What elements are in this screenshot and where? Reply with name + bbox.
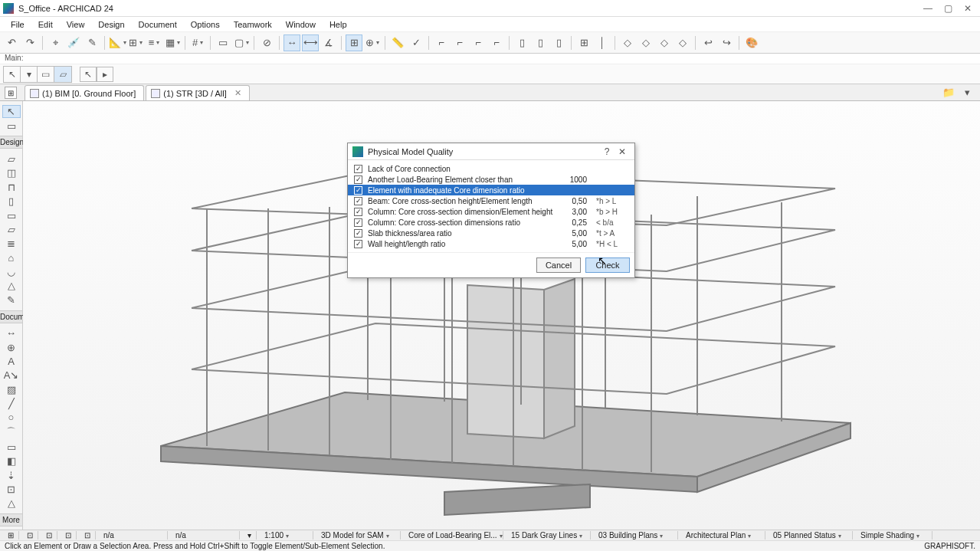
rule-row[interactable]: ✓ Column: Core cross-section dimension/E… — [348, 206, 634, 217]
navigator-button[interactable]: 📁 — [940, 84, 957, 100]
rule-checkbox[interactable]: ✓ — [354, 240, 362, 248]
text-tool[interactable]: A — [2, 355, 21, 367]
rule-checkbox[interactable]: ✓ — [354, 165, 362, 173]
skylight-tool[interactable]: △ — [2, 280, 21, 292]
sel-poly-button[interactable]: ▱ — [54, 67, 71, 82]
ruler-button[interactable]: 📐 — [109, 34, 126, 51]
menu-design[interactable]: Design — [92, 18, 130, 31]
dialog-title-bar[interactable]: Physical Model Quality ? ✕ — [348, 143, 634, 160]
rule-checkbox[interactable]: ✓ — [354, 197, 362, 205]
cursor-mode-button[interactable]: ↖ — [80, 67, 97, 82]
redo-button[interactable]: ↷ — [21, 34, 38, 51]
corner4-button[interactable]: ⌐ — [488, 34, 505, 51]
rule-checkbox[interactable]: ✓ — [354, 208, 362, 216]
guides-button[interactable]: ≡ — [146, 34, 162, 51]
polyline-tool[interactable]: ⌒ — [2, 425, 21, 439]
tab-3d[interactable]: (1) STR [3D / All] ✕ — [146, 85, 250, 100]
navigator-dd-button[interactable]: ▾ — [959, 84, 975, 100]
qo-shade[interactable]: Simple Shading — [856, 531, 932, 540]
qo-planned[interactable]: 05 Planned Status — [769, 531, 853, 540]
qo-icon2[interactable]: ⊡ — [22, 531, 38, 540]
maximize-button[interactable]: ▢ — [939, 2, 957, 15]
corner3-button[interactable]: ⌐ — [470, 34, 487, 51]
section-tool[interactable]: ◧ — [2, 455, 21, 467]
marquee-tool[interactable]: ▭ — [2, 120, 21, 132]
stair-tool[interactable]: ≣ — [2, 238, 21, 250]
sel-rect-button[interactable]: ▭ — [38, 67, 54, 82]
align2-button[interactable]: ▯ — [532, 34, 549, 51]
qo-dd1[interactable]: ▾ — [243, 531, 257, 540]
roof-tool[interactable]: ⌂ — [2, 251, 21, 264]
dim2-button[interactable]: ⟷ — [302, 34, 319, 51]
arrow-tool[interactable]: ↖ — [2, 105, 21, 118]
level-tool[interactable]: ⊕ — [2, 341, 21, 353]
measure-button[interactable]: 📏 — [389, 34, 406, 51]
menu-window[interactable]: Window — [280, 18, 322, 31]
dialog-close-button[interactable]: ✕ — [615, 146, 630, 157]
rule-row[interactable]: ✓ Column: Core cross-section dimensions … — [348, 217, 634, 228]
align3-button[interactable]: ▯ — [550, 34, 567, 51]
column-tool[interactable]: ▯ — [2, 195, 21, 208]
qo-arch[interactable]: Architectural Plan — [681, 531, 765, 540]
snap-button[interactable]: ⊞ — [127, 34, 144, 51]
box-button[interactable]: ⊞ — [346, 34, 362, 51]
op1-button[interactable]: ◇ — [619, 34, 636, 51]
shell-tool[interactable]: ◡ — [2, 265, 21, 277]
grid-toggle-button[interactable]: # — [189, 34, 206, 51]
cursor-dd-button[interactable]: ▸ — [97, 67, 113, 82]
dimension-tool[interactable]: ↔ — [2, 327, 21, 339]
qo-plans[interactable]: 03 Building Plans — [594, 531, 678, 540]
qo-icon3[interactable]: ⊡ — [41, 531, 57, 540]
rule-row[interactable]: ✓ Lack of Core connection — [348, 163, 634, 174]
menu-document[interactable]: Document — [133, 18, 183, 31]
qo-scale[interactable]: 1:100 — [260, 531, 313, 540]
angle-button[interactable]: ∡ — [320, 34, 337, 51]
inject-button[interactable]: 💉 — [65, 34, 82, 51]
cancel-button[interactable]: Cancel — [536, 257, 581, 273]
wall-tool[interactable]: ▱ — [2, 153, 21, 165]
highlight-button[interactable]: ✎ — [84, 34, 100, 51]
check-button[interactable]: ✓ — [408, 34, 424, 51]
corner1-button[interactable]: ⌐ — [433, 34, 450, 51]
op2-button[interactable]: ◇ — [637, 34, 654, 51]
tab-close-icon[interactable]: ✕ — [234, 88, 241, 98]
pick-button[interactable]: ⌖ — [47, 34, 64, 51]
fill-tool[interactable]: ▨ — [2, 383, 21, 395]
beam-tool[interactable]: ▭ — [2, 209, 21, 221]
rule-checkbox[interactable]: ✓ — [354, 218, 362, 227]
trace-button[interactable]: ▭ — [215, 34, 231, 51]
sel-arrow-button[interactable]: ↖ — [4, 67, 21, 82]
qo-na2[interactable]: n/a — [171, 531, 240, 540]
change-tool[interactable]: △ — [2, 497, 21, 510]
line-tool[interactable]: ╱ — [2, 397, 21, 409]
morph-tool[interactable]: ✎ — [2, 294, 21, 306]
tab-ground-floor[interactable]: (1) BIM [0. Ground Floor] — [25, 85, 144, 100]
slab-tool[interactable]: ▱ — [2, 223, 21, 235]
menu-help[interactable]: Help — [323, 18, 353, 31]
rev1-button[interactable]: ↩ — [700, 34, 716, 51]
label-tool[interactable]: A↘ — [2, 369, 21, 382]
rule-checkbox[interactable]: ✓ — [354, 186, 362, 195]
minimize-button[interactable]: — — [919, 2, 937, 15]
vline-button[interactable]: │ — [594, 34, 611, 51]
op3-button[interactable]: ◇ — [656, 34, 673, 51]
window-button[interactable]: ⊞ — [575, 34, 592, 51]
rule-checkbox[interactable]: ✓ — [354, 175, 362, 184]
qo-lines[interactable]: 15 Dark Gray Lines — [506, 531, 591, 540]
sel-dd-button[interactable]: ▾ — [21, 67, 38, 82]
layer-button[interactable]: ▢ — [233, 34, 250, 51]
drawing-tool[interactable]: ▭ — [2, 441, 21, 453]
qo-icon4[interactable]: ⊡ — [61, 531, 77, 540]
dialog-help-button[interactable]: ? — [599, 146, 615, 157]
op4-button[interactable]: ◇ — [674, 34, 691, 51]
menu-edit[interactable]: Edit — [32, 18, 59, 31]
rule-row[interactable]: ✓ Wall height/length ratio 5,00 *H < L — [348, 238, 634, 249]
rule-row-selected[interactable]: ✓ Element with inadequate Core dimension… — [348, 185, 634, 195]
qo-core[interactable]: Core of Load-Bearing El... — [404, 531, 503, 540]
qo-model[interactable]: 3D Model for SAM — [316, 531, 401, 540]
rule-row[interactable]: ✓ Another Load-Bearing Element closer th… — [348, 174, 634, 185]
undo-button[interactable]: ↶ — [3, 34, 20, 51]
rule-row[interactable]: ✓ Beam: Core cross-section height/Elemen… — [348, 195, 634, 206]
close-button[interactable]: ✕ — [959, 2, 977, 15]
qo-na1[interactable]: n/a — [99, 531, 168, 540]
